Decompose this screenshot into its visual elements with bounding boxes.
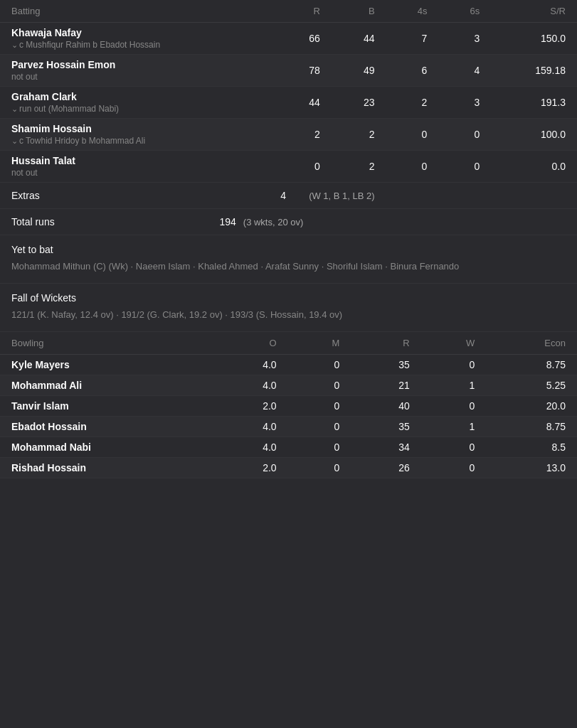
batting-runs: 0 bbox=[277, 151, 332, 183]
bowling-col-header-bowling: Bowling bbox=[0, 332, 212, 355]
yet-to-bat-section: Yet to bat Mohammad Mithun (C) (Wk) · Na… bbox=[0, 235, 577, 284]
batting-balls: 44 bbox=[332, 23, 386, 55]
bowling-row: Tanvir Islam 2.0 0 40 0 20.0 bbox=[0, 395, 577, 416]
batting-row: Hussain Talat not out 0 2 0 0 0.0 bbox=[0, 151, 577, 183]
bowling-maidens: 0 bbox=[288, 395, 351, 416]
batting-runs: 2 bbox=[277, 119, 332, 151]
batting-runs: 66 bbox=[277, 23, 332, 55]
batting-sr: 159.18 bbox=[491, 55, 577, 87]
batting-row: Graham Clark ⌄run out (Mohammad Nabi) 44… bbox=[0, 87, 577, 119]
batting-player-name: Parvez Hossain Emon bbox=[11, 59, 265, 70]
bowling-player-name: Tanvir Islam bbox=[11, 400, 201, 412]
batting-player-cell: Shamim Hossain ⌄c Towhid Hridoy b Mohamm… bbox=[0, 119, 277, 151]
bowling-row: Mohammad Ali 4.0 0 21 1 5.25 bbox=[0, 375, 577, 395]
batting-sixes: 0 bbox=[438, 151, 491, 183]
bowling-maidens: 0 bbox=[288, 354, 351, 375]
batting-balls: 2 bbox=[332, 119, 386, 151]
batting-sixes: 3 bbox=[438, 87, 491, 119]
batting-row: Khawaja Nafay ⌄c Mushfiqur Rahim b Ebado… bbox=[0, 23, 577, 55]
batting-sixes: 0 bbox=[438, 119, 491, 151]
bowling-player-cell: Ebadot Hossain bbox=[0, 416, 212, 437]
bowling-overs: 4.0 bbox=[212, 416, 288, 437]
total-value: 194 bbox=[220, 216, 236, 228]
bowling-overs: 2.0 bbox=[212, 395, 288, 416]
batting-row: Parvez Hossain Emon not out 78 49 6 4 15… bbox=[0, 55, 577, 87]
batting-fours: 6 bbox=[386, 55, 439, 87]
batting-col-header-batting: Batting bbox=[0, 0, 277, 23]
total-detail: (3 wkts, 20 ov) bbox=[243, 217, 304, 228]
total-row: Total runs 194 (3 wkts, 20 ov) bbox=[0, 209, 577, 235]
total-label-cell: Total runs bbox=[0, 209, 208, 235]
bowling-player-name: Kyle Mayers bbox=[11, 359, 201, 370]
bowling-runs: 35 bbox=[351, 416, 420, 437]
total-label: Total runs bbox=[11, 216, 55, 228]
batting-row: Shamim Hossain ⌄c Towhid Hridoy b Mohamm… bbox=[0, 119, 577, 151]
batting-sr: 0.0 bbox=[491, 151, 577, 183]
bowling-runs: 34 bbox=[351, 437, 420, 457]
batting-sr: 100.0 bbox=[491, 119, 577, 151]
bowling-maidens: 0 bbox=[288, 457, 351, 478]
bowling-maidens: 0 bbox=[288, 375, 351, 395]
bowling-row: Mohammad Nabi 4.0 0 34 0 8.5 bbox=[0, 437, 577, 457]
batting-sixes: 3 bbox=[438, 23, 491, 55]
bowling-player-cell: Kyle Mayers bbox=[0, 354, 212, 375]
bowling-runs: 21 bbox=[351, 375, 420, 395]
batting-player-name: Shamim Hossain bbox=[11, 123, 265, 134]
bowling-maidens: 0 bbox=[288, 437, 351, 457]
batting-runs: 78 bbox=[277, 55, 332, 87]
extras-table: Extras 4 (W 1, B 1, LB 2) Total runs 194… bbox=[0, 183, 577, 235]
batting-col-header-sr: S/R bbox=[491, 0, 577, 23]
bowling-row: Kyle Mayers 4.0 0 35 0 8.75 bbox=[0, 354, 577, 375]
batting-col-header-r: R bbox=[277, 0, 332, 23]
bowling-player-cell: Tanvir Islam bbox=[0, 395, 212, 416]
batting-player-name: Hussain Talat bbox=[11, 155, 265, 166]
batting-col-header-6s: 6s bbox=[438, 0, 491, 23]
scorecard: Batting R B 4s 6s S/R Khawaja Nafay ⌄c M… bbox=[0, 0, 577, 478]
batting-player-cell: Graham Clark ⌄run out (Mohammad Nabi) bbox=[0, 87, 277, 119]
bowling-overs: 4.0 bbox=[212, 354, 288, 375]
batting-sr: 150.0 bbox=[491, 23, 577, 55]
bowling-col-header-r: R bbox=[351, 332, 420, 355]
batting-balls: 2 bbox=[332, 151, 386, 183]
fall-of-wickets-section: Fall of Wickets 121/1 (K. Nafay, 12.4 ov… bbox=[0, 284, 577, 332]
batting-player-cell: Parvez Hossain Emon not out bbox=[0, 55, 277, 87]
bowling-row: Rishad Hossain 2.0 0 26 0 13.0 bbox=[0, 457, 577, 478]
bowling-row: Ebadot Hossain 4.0 0 35 1 8.75 bbox=[0, 416, 577, 437]
extras-label: Extras bbox=[11, 190, 40, 201]
bowling-wickets: 0 bbox=[421, 457, 487, 478]
batting-fours: 7 bbox=[386, 23, 439, 55]
bowling-player-name: Mohammad Ali bbox=[11, 380, 201, 391]
bowling-econ: 5.25 bbox=[486, 375, 577, 395]
bowling-table: Bowling O M R W Econ Kyle Mayers 4.0 0 3… bbox=[0, 332, 577, 478]
batting-fours: 0 bbox=[386, 119, 439, 151]
bowling-col-header-o: O bbox=[212, 332, 288, 355]
batting-player-name: Graham Clark bbox=[11, 91, 265, 102]
bowling-col-header-w: W bbox=[421, 332, 487, 355]
bowling-player-name: Rishad Hossain bbox=[11, 462, 201, 473]
bowling-runs: 26 bbox=[351, 457, 420, 478]
fall-of-wickets-header: Fall of Wickets bbox=[11, 292, 566, 304]
bowling-runs: 35 bbox=[351, 354, 420, 375]
bowling-wickets: 0 bbox=[421, 395, 487, 416]
bowling-wickets: 1 bbox=[421, 416, 487, 437]
batting-balls: 23 bbox=[332, 87, 386, 119]
bowling-maidens: 0 bbox=[288, 416, 351, 437]
bowling-player-cell: Mohammad Ali bbox=[0, 375, 212, 395]
extras-value-cell: 4 bbox=[208, 183, 298, 209]
bowling-player-name: Mohammad Nabi bbox=[11, 441, 201, 453]
bowling-wickets: 1 bbox=[421, 375, 487, 395]
bowling-econ: 8.75 bbox=[486, 416, 577, 437]
batting-col-header-b: B bbox=[332, 0, 386, 23]
bowling-player-cell: Mohammad Nabi bbox=[0, 437, 212, 457]
batting-dismissal: ⌄c Towhid Hridoy b Mohammad Ali bbox=[11, 136, 265, 146]
batting-sixes: 4 bbox=[438, 55, 491, 87]
bowling-overs: 4.0 bbox=[212, 437, 288, 457]
bowling-player-cell: Rishad Hossain bbox=[0, 457, 212, 478]
batting-dismissal: ⌄run out (Mohammad Nabi) bbox=[11, 104, 265, 114]
batting-dismissal: not out bbox=[11, 72, 265, 82]
batting-dismissal: ⌄c Mushfiqur Rahim b Ebadot Hossain bbox=[11, 40, 265, 50]
batting-dismissal: not out bbox=[11, 168, 265, 178]
bowling-section: Bowling O M R W Econ Kyle Mayers 4.0 0 3… bbox=[0, 332, 577, 478]
extras-detail-cell: (W 1, B 1, LB 2) bbox=[297, 183, 577, 209]
yet-to-bat-header: Yet to bat bbox=[11, 244, 566, 255]
